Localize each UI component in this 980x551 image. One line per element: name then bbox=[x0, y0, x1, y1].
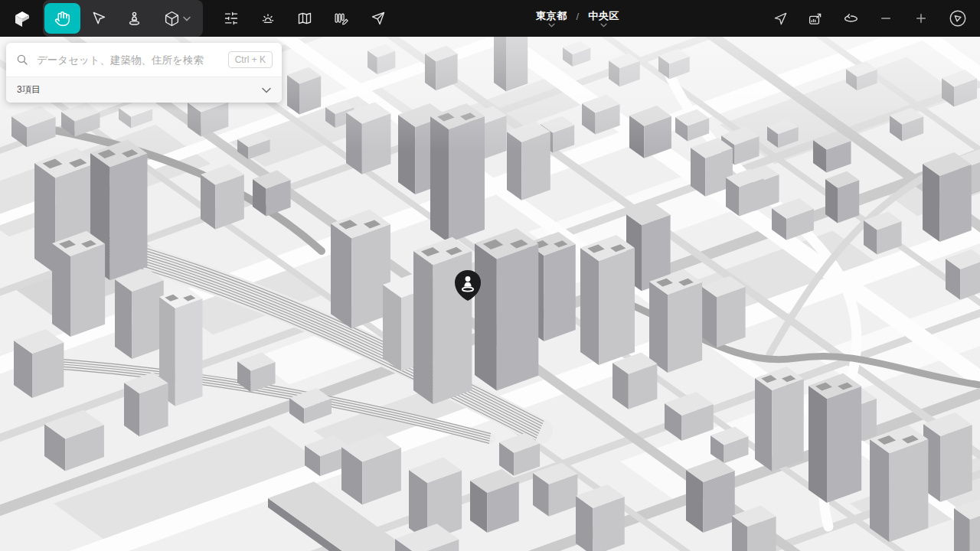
breadcrumb-city[interactable]: 中央区 bbox=[588, 11, 619, 28]
compass-icon bbox=[948, 8, 968, 28]
toolbar-right-icons bbox=[763, 0, 975, 37]
pedestrian-marker[interactable] bbox=[454, 269, 482, 302]
breadcrumb-separator: / bbox=[577, 11, 580, 21]
dataset-count-dropdown[interactable]: 3項目 bbox=[6, 77, 282, 103]
navigation-arrow-icon bbox=[773, 11, 788, 26]
model-tool-button[interactable] bbox=[152, 3, 201, 34]
plus-icon bbox=[914, 11, 928, 25]
compass-button[interactable] bbox=[940, 0, 975, 37]
prefecture-label: 東京都 bbox=[536, 11, 567, 21]
map-canvas[interactable] bbox=[0, 37, 980, 551]
chart-export-button[interactable] bbox=[798, 0, 833, 37]
top-toolbar: 東京都 / 中央区 bbox=[0, 0, 980, 37]
cursor-icon bbox=[91, 11, 106, 26]
shortcut-badge: Ctrl + K bbox=[228, 51, 273, 68]
chevron-down-icon bbox=[600, 23, 607, 28]
search-icon bbox=[15, 53, 29, 67]
share-button[interactable] bbox=[361, 0, 396, 37]
hand-icon bbox=[54, 11, 70, 27]
pedestrian-icon bbox=[126, 11, 142, 27]
hand-tool-button[interactable] bbox=[44, 3, 80, 34]
search-input[interactable] bbox=[37, 54, 220, 66]
dataset-count-label: 3項目 bbox=[17, 83, 41, 96]
chevron-down-icon bbox=[183, 16, 191, 21]
rotate-view-button[interactable] bbox=[833, 0, 868, 37]
basemap-button[interactable] bbox=[287, 0, 322, 37]
chevron-down-icon bbox=[548, 23, 555, 28]
rotate-orbit-icon bbox=[843, 11, 859, 27]
city-scene bbox=[0, 37, 980, 551]
app-logo[interactable] bbox=[0, 0, 43, 37]
toolbar-left-icons bbox=[214, 0, 396, 37]
plateau-view-app: 東京都 / 中央区 bbox=[0, 0, 980, 551]
plateau-logo-icon bbox=[11, 8, 31, 28]
sun-icon bbox=[260, 11, 276, 26]
minus-icon bbox=[879, 11, 893, 25]
sliders-icon bbox=[224, 11, 239, 26]
story-edit-icon bbox=[334, 11, 349, 26]
breadcrumb-prefecture[interactable]: 東京都 bbox=[536, 11, 567, 28]
map-tool-group bbox=[43, 0, 203, 37]
search-panel: Ctrl + K 3項目 bbox=[6, 43, 282, 103]
paper-plane-icon bbox=[371, 11, 386, 26]
chart-export-icon bbox=[808, 11, 824, 27]
pedestrian-pin-icon bbox=[454, 269, 482, 302]
select-tool-button[interactable] bbox=[80, 3, 116, 34]
zoom-in-button[interactable] bbox=[903, 0, 939, 37]
city-label: 中央区 bbox=[588, 11, 619, 21]
geolocation-button[interactable] bbox=[763, 0, 798, 37]
chevron-down-icon bbox=[262, 87, 271, 93]
sun-shadow-button[interactable] bbox=[250, 0, 286, 37]
cube-icon bbox=[164, 11, 180, 27]
settings-sliders-button[interactable] bbox=[214, 0, 249, 37]
story-edit-button[interactable] bbox=[324, 0, 359, 37]
map-fold-icon bbox=[297, 11, 312, 26]
zoom-out-button[interactable] bbox=[868, 0, 903, 37]
search-row: Ctrl + K bbox=[6, 43, 282, 77]
location-breadcrumb: 東京都 / 中央区 bbox=[536, 0, 619, 37]
pedestrian-tool-button[interactable] bbox=[116, 3, 152, 34]
